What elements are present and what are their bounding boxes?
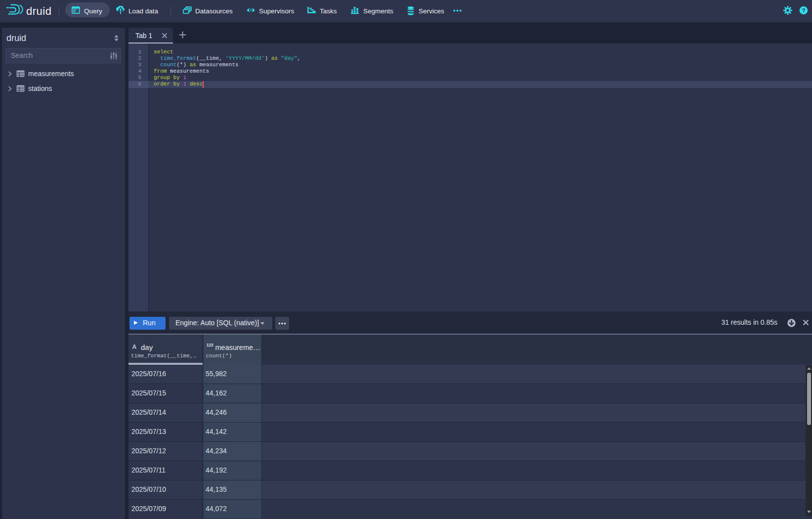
svg-text:?: ? [802, 7, 805, 13]
